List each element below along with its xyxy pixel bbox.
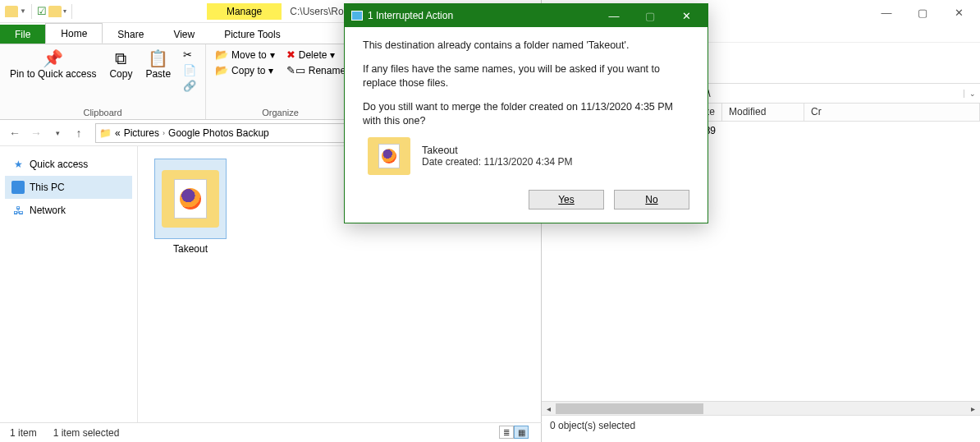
chevron-down-icon[interactable]: ▾ [63, 7, 66, 15]
minimize-button[interactable]: — [868, 1, 904, 24]
folder-icon [5, 6, 18, 17]
no-button[interactable]: No [614, 190, 689, 209]
maximize-button[interactable]: ▢ [904, 1, 941, 24]
back-button[interactable]: ← [5, 123, 25, 143]
details-view-button[interactable]: ≣ [499, 426, 514, 439]
sidebar-item-label: This PC [30, 182, 65, 193]
breadcrumb-pictures[interactable]: Pictures [124, 127, 159, 139]
delete-icon: ✖ [286, 48, 295, 61]
clipboard-extra: ✂ 📄 🔗 [181, 48, 199, 93]
pin-icon: 📌 [43, 49, 63, 67]
scroll-thumb[interactable] [556, 403, 703, 414]
copy-path-button[interactable]: 📄 [181, 63, 199, 77]
new-folder-icon[interactable] [48, 6, 62, 17]
dialog-message-2: If any files have the same names, you wi… [363, 62, 689, 90]
horizontal-scrollbar[interactable]: ◂ ▸ [542, 401, 980, 415]
chevron-down-icon[interactable]: ▼ [20, 7, 26, 15]
column-modified[interactable]: Modified [722, 104, 804, 121]
copy-to-button[interactable]: 📂Copy to ▾ [213, 63, 277, 77]
paste-icon: 📋 [148, 49, 168, 67]
archive-status-bar: 0 object(s) selected [542, 415, 980, 435]
dialog-title: 1 Interrupted Action [368, 10, 453, 21]
rename-button[interactable]: ✎▭Rename [284, 63, 348, 77]
move-to-label: Move to [231, 49, 267, 61]
dialog-maximize-button[interactable]: ▢ [632, 5, 668, 26]
this-pc-icon [11, 181, 25, 194]
scroll-left-button[interactable]: ◂ [542, 404, 556, 413]
close-button[interactable]: ✕ [941, 1, 977, 24]
folder-icon: 📁 [99, 127, 112, 139]
dialog-button-row: Yes No [363, 190, 689, 209]
dialog-folder-name: Takeout [422, 145, 572, 156]
paste-label: Paste [145, 69, 171, 80]
dialog-folder-preview: Takeout Date created: 11/13/2020 4:34 PM [368, 137, 689, 175]
copy-to-icon: 📂 [215, 64, 228, 76]
chevron-down-icon: ▾ [330, 49, 335, 61]
sidebar-item-network[interactable]: Network [5, 199, 132, 222]
dialog-folder-date: Date created: 11/13/2020 4:34 PM [422, 156, 572, 168]
dialog-message-3: Do you still want to merge the folder cr… [363, 100, 689, 128]
navigation-pane: Quick access This PC Network [0, 146, 138, 422]
quick-access-toolbar: ▼ ☑ ▾ [0, 4, 76, 19]
pin-to-quick-access-button[interactable]: 📌 Pin to Quick access [7, 48, 99, 81]
paste-button[interactable]: 📋 Paste [142, 48, 174, 81]
merge-folders-dialog: 1 Interrupted Action — ▢ ✕ This destinat… [344, 3, 708, 223]
firefox-icon [180, 188, 201, 209]
ribbon-group-organize: 📂Move to ▾ 📂Copy to ▾ ✖Delete ▾ ✎▭Rename… [206, 44, 355, 119]
tab-share[interactable]: Share [103, 25, 158, 44]
cut-icon: ✂ [183, 48, 192, 61]
column-created[interactable]: Cr [804, 104, 980, 121]
cut-button[interactable]: ✂ [181, 48, 199, 62]
dialog-window-controls: — ▢ ✕ [596, 5, 704, 26]
quick-access-icon [11, 158, 25, 171]
recent-locations-button[interactable]: ▾ [48, 123, 67, 143]
window-controls: — ▢ ✕ [868, 1, 977, 24]
sidebar-item-quick-access[interactable]: Quick access [5, 153, 132, 176]
explorer-status-bar: 1 item 1 item selected ≣ ▦ [0, 422, 542, 442]
delete-label: Delete [299, 49, 327, 61]
chevron-down-icon[interactable]: ⌄ [964, 90, 980, 98]
breadcrumb-prefix[interactable]: « [115, 127, 121, 139]
dialog-icon [351, 11, 363, 21]
thumbnails-view-button[interactable]: ▦ [514, 426, 529, 439]
tab-home[interactable]: Home [45, 23, 103, 44]
move-to-button[interactable]: 📂Move to ▾ [213, 48, 277, 62]
dialog-body: This destination already contains a fold… [345, 27, 708, 223]
pin-label: Pin to Quick access [10, 69, 96, 80]
breadcrumb-backup[interactable]: Google Photos Backup [168, 127, 269, 139]
properties-icon[interactable]: ☑ [37, 5, 47, 17]
copy-label: Copy [109, 69, 132, 80]
tab-view[interactable]: View [158, 25, 209, 44]
ribbon-group-clipboard: 📌 Pin to Quick access ⧉ Copy 📋 Paste ✂ 📄… [0, 44, 206, 119]
dialog-close-button[interactable]: ✕ [668, 5, 704, 26]
sidebar-item-label: Quick access [30, 159, 88, 170]
copy-icon: ⧉ [115, 49, 126, 67]
chevron-down-icon: ▾ [268, 65, 273, 76]
copy-button[interactable]: ⧉ Copy [106, 48, 135, 81]
firefox-icon [382, 149, 396, 163]
up-button[interactable]: ↑ [69, 123, 89, 143]
sidebar-item-label: Network [30, 205, 66, 216]
dialog-titlebar[interactable]: 1 Interrupted Action — ▢ ✕ [345, 4, 708, 27]
manage-contextual-tab[interactable]: Manage [207, 3, 282, 20]
tab-picture-tools[interactable]: Picture Tools [209, 25, 295, 44]
yes-button[interactable]: Yes [529, 190, 604, 209]
paste-shortcut-button[interactable]: 🔗 [181, 79, 199, 93]
copy-to-label: Copy to [231, 65, 265, 76]
status-selected: 0 object(s) selected [550, 420, 635, 431]
network-icon [11, 204, 25, 217]
folder-name: Takeout [173, 243, 208, 255]
folder-thumbnail [155, 159, 226, 238]
scroll-right-button[interactable]: ▸ [966, 404, 980, 413]
forward-button[interactable]: → [26, 123, 46, 143]
tab-file[interactable]: File [0, 25, 45, 44]
shortcut-icon: 🔗 [183, 80, 196, 92]
sidebar-item-this-pc[interactable]: This PC [5, 176, 132, 199]
chevron-right-icon[interactable]: › [163, 129, 165, 137]
dialog-minimize-button[interactable]: — [596, 5, 632, 26]
folder-item-takeout[interactable]: Takeout [151, 159, 230, 255]
move-to-icon: 📂 [215, 48, 228, 61]
delete-button[interactable]: ✖Delete ▾ [284, 48, 348, 62]
status-item-count: 1 item [10, 427, 37, 439]
rename-label: Rename [309, 65, 346, 76]
